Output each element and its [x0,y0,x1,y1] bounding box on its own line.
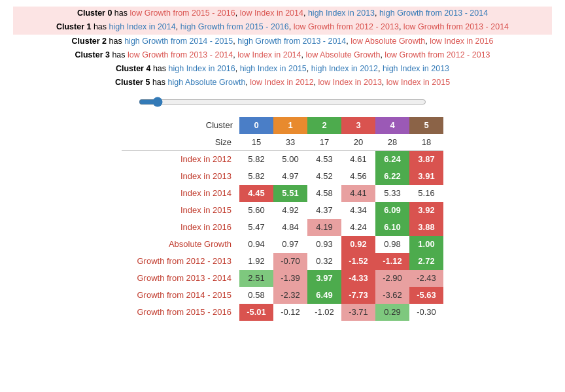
cell-r3-c5: 3.92 [409,202,443,219]
cell-r2-c3: 4.41 [341,185,375,202]
cell-r9-c0: -5.01 [239,304,273,321]
cell-r5-c5: 1.00 [409,236,443,253]
row-label-3: Index in 2015 [122,202,239,219]
header-4: 4 [375,117,409,134]
size-cluster-2: 17 [307,134,341,151]
cell-r0-c3: 4.61 [341,151,375,168]
cell-r5-c4: 0.98 [375,236,409,253]
cell-r8-c1: -2.32 [273,287,307,304]
cluster-desc-5: Cluster 5 has high Absolute Growth, low … [13,76,552,90]
cell-r8-c0: 0.58 [239,287,273,304]
data-table-wrapper: Cluster012345Size153317202818Index in 20… [13,117,552,321]
cell-r8-c3: -7.73 [341,287,375,304]
cell-r7-c2: 3.97 [307,270,341,287]
cluster-desc-1: Cluster 1 has high Index in 2014, high G… [13,20,552,34]
cell-r3-c3: 4.34 [341,202,375,219]
size-cluster-3: 20 [341,134,375,151]
cell-r0-c4: 6.24 [375,151,409,168]
slider-container[interactable] [13,97,552,107]
size-cluster-1: 33 [273,134,307,151]
header-Cluster: Cluster [122,117,239,134]
cluster-table: Cluster012345Size153317202818Index in 20… [122,117,443,321]
header-3: 3 [341,117,375,134]
cell-r6-c5: 2.72 [409,253,443,270]
cell-r3-c4: 6.09 [375,202,409,219]
cluster-desc-2: Cluster 2 has high Growth from 2014 - 20… [13,35,552,48]
cluster-desc-3: Cluster 3 has low Growth from 2013 - 201… [13,48,552,62]
cell-r4-c0: 5.47 [239,219,273,236]
row-label-6: Growth from 2012 - 2013 [122,253,239,270]
row-label-0: Index in 2012 [122,151,239,168]
cell-r3-c1: 4.92 [273,202,307,219]
cell-r2-c5: 5.16 [409,185,443,202]
header-2: 2 [307,117,341,134]
cell-r2-c2: 4.58 [307,185,341,202]
cell-r8-c4: -3.62 [375,287,409,304]
cell-r1-c1: 4.97 [273,168,307,185]
header-1: 1 [273,117,307,134]
cell-r6-c0: 1.92 [239,253,273,270]
cell-r0-c5: 3.87 [409,151,443,168]
cell-r6-c4: -1.12 [375,253,409,270]
size-cluster-4: 28 [375,134,409,151]
cell-r9-c1: -0.12 [273,304,307,321]
cell-r5-c0: 0.94 [239,236,273,253]
cell-r6-c2: 0.32 [307,253,341,270]
row-label-9: Growth from 2015 - 2016 [122,304,239,321]
cell-r3-c2: 4.37 [307,202,341,219]
cell-r3-c0: 5.60 [239,202,273,219]
cell-r4-c3: 4.24 [341,219,375,236]
cell-r2-c4: 5.33 [375,185,409,202]
cell-r8-c2: 6.49 [307,287,341,304]
cell-r1-c4: 6.22 [375,168,409,185]
cell-r7-c3: -4.33 [341,270,375,287]
row-label-4: Index in 2016 [122,219,239,236]
row-label-1: Index in 2013 [122,168,239,185]
cell-r8-c5: -5.63 [409,287,443,304]
cell-r5-c1: 0.97 [273,236,307,253]
header-0: 0 [239,117,273,134]
cell-r4-c4: 6.10 [375,219,409,236]
cell-r7-c1: -1.39 [273,270,307,287]
size-cluster-5: 18 [409,134,443,151]
cell-r6-c3: -1.52 [341,253,375,270]
cell-r2-c0: 4.45 [239,185,273,202]
cluster-descriptions: Cluster 0 has low Growth from 2015 - 201… [13,7,552,90]
cluster-desc-4: Cluster 4 has high Index in 2016, high I… [13,62,552,76]
cell-r9-c5: -0.30 [409,304,443,321]
cell-r9-c3: -3.71 [341,304,375,321]
cell-r0-c1: 5.00 [273,151,307,168]
size-cluster-0: 15 [239,134,273,151]
cell-r1-c5: 3.91 [409,168,443,185]
cell-r4-c1: 4.84 [273,219,307,236]
cell-r1-c3: 4.56 [341,168,375,185]
cell-r1-c0: 5.82 [239,168,273,185]
cell-r7-c4: -2.90 [375,270,409,287]
row-label-8: Growth from 2014 - 2015 [122,287,239,304]
cell-r1-c2: 4.52 [307,168,341,185]
header-5: 5 [409,117,443,134]
cell-r5-c2: 0.93 [307,236,341,253]
range-slider[interactable] [139,97,426,107]
cell-r0-c0: 5.82 [239,151,273,168]
cell-r0-c2: 4.53 [307,151,341,168]
row-label-2: Index in 2014 [122,185,239,202]
row-label-5: Absolute Growth [122,236,239,253]
row-label-7: Growth from 2013 - 2014 [122,270,239,287]
cluster-desc-0: Cluster 0 has low Growth from 2015 - 201… [13,7,552,20]
cell-r7-c0: 2.51 [239,270,273,287]
cell-r5-c3: 0.92 [341,236,375,253]
size-label: Size [122,134,239,151]
cell-r9-c2: -1.02 [307,304,341,321]
cell-r7-c5: -2.43 [409,270,443,287]
cell-r2-c1: 5.51 [273,185,307,202]
cell-r4-c2: 4.19 [307,219,341,236]
cell-r6-c1: -0.70 [273,253,307,270]
cell-r9-c4: 0.29 [375,304,409,321]
cell-r4-c5: 3.88 [409,219,443,236]
